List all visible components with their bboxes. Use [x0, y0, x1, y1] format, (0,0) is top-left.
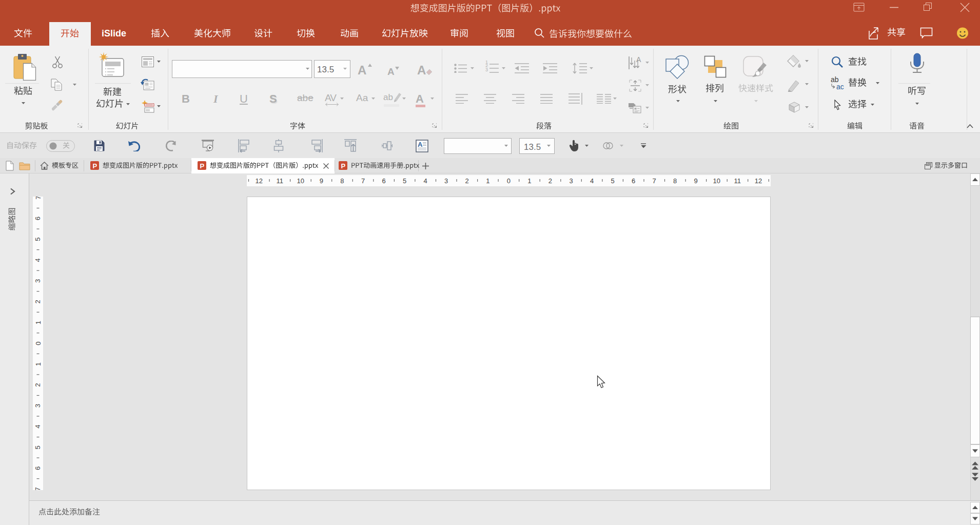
svg-text:0: 0 — [507, 177, 511, 185]
svg-text:1: 1 — [34, 362, 42, 366]
svg-text:2: 2 — [548, 177, 552, 185]
svg-text:4: 4 — [590, 177, 594, 185]
svg-text:12: 12 — [255, 177, 262, 185]
svg-text:5: 5 — [403, 177, 406, 185]
svg-text:3: 3 — [444, 177, 448, 185]
svg-text:0: 0 — [34, 341, 42, 345]
svg-text:1: 1 — [486, 177, 489, 185]
svg-text:7: 7 — [652, 177, 656, 185]
svg-text:5: 5 — [34, 238, 42, 241]
svg-text:A: A — [418, 141, 423, 148]
svg-text:7: 7 — [34, 487, 42, 490]
svg-text:6: 6 — [34, 466, 42, 470]
svg-text:ac: ac — [836, 83, 844, 90]
svg-text:1: 1 — [34, 321, 42, 324]
svg-text:A: A — [636, 56, 641, 64]
svg-text:8: 8 — [673, 177, 677, 185]
svg-text:P: P — [200, 162, 205, 170]
svg-text:11: 11 — [734, 177, 741, 185]
svg-text:6: 6 — [34, 217, 42, 220]
svg-text:12: 12 — [755, 177, 762, 185]
svg-text:4: 4 — [34, 425, 42, 429]
svg-text:3: 3 — [34, 404, 42, 407]
svg-text:1: 1 — [527, 177, 531, 185]
svg-text:9: 9 — [694, 177, 698, 185]
svg-text:8: 8 — [340, 177, 344, 185]
svg-text:7: 7 — [361, 177, 365, 185]
svg-text:4: 4 — [423, 177, 427, 185]
svg-text:P: P — [93, 162, 97, 170]
svg-text:5: 5 — [611, 177, 614, 185]
svg-text:6: 6 — [382, 177, 385, 185]
svg-text:11: 11 — [276, 177, 283, 185]
svg-text:P: P — [341, 162, 346, 170]
svg-text:4: 4 — [34, 258, 42, 262]
svg-text:6: 6 — [632, 177, 635, 185]
svg-text:7: 7 — [34, 197, 42, 200]
svg-text:5: 5 — [34, 445, 42, 449]
svg-text:3: 3 — [34, 279, 42, 283]
svg-text:3: 3 — [569, 177, 573, 185]
svg-text:9: 9 — [320, 177, 323, 185]
svg-text:2: 2 — [465, 177, 469, 185]
svg-text:10: 10 — [713, 177, 720, 185]
svg-text:10: 10 — [297, 177, 304, 185]
svg-text:2: 2 — [34, 383, 42, 386]
svg-text:2: 2 — [34, 300, 42, 303]
